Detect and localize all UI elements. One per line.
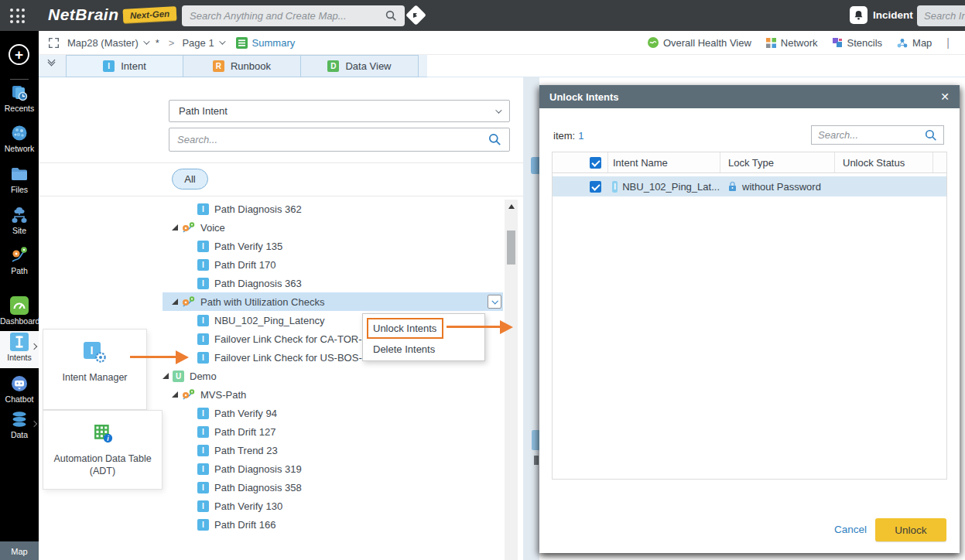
row-menu-button[interactable] (488, 295, 501, 309)
incident-bell-icon[interactable] (850, 6, 867, 24)
sidebar-label: Site (12, 226, 26, 235)
global-search-input[interactable]: Search Anything and Create Map... (182, 5, 405, 26)
expand-triangle-icon[interactable] (172, 299, 178, 305)
menu-item-unlock-intents[interactable]: Unlock Intents (373, 323, 436, 334)
intent-manager-flyout[interactable]: I Intent Manager (43, 329, 147, 410)
network-panel-button[interactable]: Network (766, 37, 818, 49)
tree-row[interactable]: Demo (163, 367, 503, 385)
sidebar-item-files[interactable]: Files (0, 163, 39, 200)
next-gen-badge: Next-Gen (122, 6, 176, 23)
chevron-down-icon[interactable] (143, 38, 149, 44)
runbook-tab-icon: R (213, 60, 224, 72)
map-title[interactable]: Map28 (Master) (67, 37, 139, 49)
annotation-arrow-menu (447, 326, 502, 328)
view-tabbar: I Intent R Runbook D Data View (39, 55, 965, 77)
tree-row[interactable]: Path Verify 135 (163, 237, 503, 255)
expand-triangle-icon[interactable] (163, 373, 169, 379)
tree-item-label: Path Verify 94 (214, 408, 277, 419)
sidebar-map-tab[interactable]: Map (0, 541, 39, 560)
sidebar-item-recents[interactable]: Recents (0, 82, 39, 119)
tab-runbook[interactable]: R Runbook (183, 55, 301, 77)
unlock-button[interactable]: Unlock (875, 518, 946, 541)
sidebar-item-chatbot[interactable]: Chatbot (0, 373, 39, 410)
cancel-button[interactable]: Cancel (834, 518, 867, 541)
tree-item-label: Path Trend 23 (214, 445, 278, 456)
summary-link[interactable]: Summary (252, 37, 296, 49)
table-row[interactable]: NBU_102_Ping_Lat... without Password (553, 176, 946, 196)
tree-row[interactable]: Path Verify 94 (163, 404, 503, 422)
modal-search-input[interactable]: Search... (811, 125, 944, 145)
database-icon (10, 410, 29, 429)
sidebar-item-path[interactable]: Path (0, 244, 39, 282)
intent-icon (197, 519, 209, 531)
tree-row[interactable]: Path Diagnosis 319 (163, 459, 503, 478)
intent-search-input[interactable]: Search... (169, 128, 510, 152)
stencils-button[interactable]: Stencils (833, 37, 883, 49)
intent-type-select[interactable]: Path Intent (169, 100, 510, 122)
sidebar-item-intents[interactable]: Intents (0, 331, 39, 368)
chevron-down-icon (495, 107, 501, 113)
filter-all-pill[interactable]: All (172, 169, 208, 190)
divider (39, 196, 523, 196)
tree-row[interactable]: Path Diagnosis 362 (163, 200, 503, 218)
sidebar-item-dashboard[interactable]: Dashboard (0, 295, 39, 332)
intent-icon (197, 241, 209, 252)
close-icon[interactable]: ✕ (940, 90, 950, 103)
tab-data-view[interactable]: D Data View (300, 55, 419, 77)
tree-row[interactable]: Path with Utilization Checks (163, 292, 503, 311)
intent-icon (197, 426, 209, 438)
tab-intent[interactable]: I Intent (66, 55, 183, 77)
tree-row[interactable]: Path Drift 166 (163, 515, 503, 534)
search-icon[interactable] (488, 133, 501, 146)
tree-item-label: Path Diagnosis 358 (214, 482, 302, 493)
quick-action-diamond-icon[interactable] (406, 5, 426, 26)
incident-search-input[interactable]: Search Incid... (917, 5, 965, 26)
map-panel-button[interactable]: Map (897, 37, 932, 49)
select-all-checkbox[interactable] (590, 157, 601, 169)
top-bar: NetBrain Next-Gen Search Anything and Cr… (0, 0, 965, 31)
sidebar-label: Recents (5, 104, 35, 113)
tree-row[interactable]: Path Trend 23 (163, 441, 503, 459)
tree-row[interactable]: Path Drift 170 (163, 255, 503, 274)
expand-triangle-icon[interactable] (172, 391, 178, 398)
collapse-tabs-icon[interactable] (49, 60, 54, 65)
intent-icon (197, 500, 209, 512)
overall-health-view-button[interactable]: Overall Health View (648, 37, 751, 49)
annotation-arrow-left-head (176, 350, 189, 364)
chatbot-icon (10, 374, 29, 393)
tree-row[interactable]: MVS-Path (163, 385, 503, 404)
scrollbar-thumb[interactable] (507, 230, 515, 265)
tree-row[interactable]: Voice (163, 218, 503, 237)
scrollbar-up-arrow[interactable] (505, 201, 518, 212)
hidden-tab-fragment (534, 456, 539, 465)
sidebar-item-network[interactable]: Network (0, 122, 39, 159)
column-header-lock-type[interactable]: Lock Type (720, 152, 834, 172)
chevron-down-icon[interactable] (219, 38, 225, 44)
apps-grid-icon[interactable] (10, 9, 26, 24)
tree-item-label: Demo (190, 370, 217, 382)
intent-search-placeholder: Search... (177, 134, 488, 145)
sidebar-item-site[interactable]: Site (0, 204, 39, 241)
network-squares-icon (766, 38, 776, 48)
incident-label[interactable]: Incident (873, 9, 913, 21)
tree-row[interactable]: Path Diagnosis 358 (163, 478, 503, 497)
add-button[interactable]: + (9, 44, 29, 65)
modal-header[interactable]: Unlock Intents ✕ (539, 85, 960, 108)
intents-icon (10, 333, 29, 351)
menu-item-delete-intents[interactable]: Delete Intents (373, 343, 435, 355)
tree-row[interactable]: Path Diagnosis 363 (163, 274, 503, 292)
tree-row[interactable]: Path Verify 130 (163, 497, 503, 515)
search-icon[interactable] (385, 10, 397, 22)
column-header-unlock-status[interactable]: Unlock Status (834, 152, 932, 172)
row-checkbox[interactable] (590, 181, 601, 193)
tree-row[interactable]: Path Drift 127 (163, 422, 503, 441)
expand-triangle-icon[interactable] (172, 224, 178, 230)
fullscreen-icon[interactable] (48, 37, 60, 49)
search-icon[interactable] (925, 129, 937, 142)
context-menu: Unlock Intents Delete Intents (362, 313, 485, 361)
page-label[interactable]: Page 1 (182, 37, 214, 49)
adt-flyout[interactable]: i Automation Data Table (ADT) (43, 410, 163, 490)
column-header-intent-name[interactable]: Intent Name (607, 152, 720, 172)
intent-type-value: Path Intent (179, 105, 228, 117)
sidebar-item-data[interactable]: Data (0, 408, 39, 446)
